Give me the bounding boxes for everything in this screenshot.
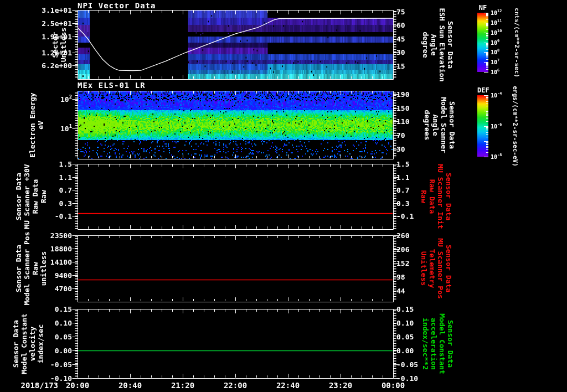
- tick-label: 10-8: [491, 154, 502, 160]
- x-axis-time-label: 00:00: [382, 381, 405, 390]
- tick-label: 102: [38, 95, 72, 103]
- tick-label: 190: [396, 90, 409, 99]
- tick-label: 1.1: [38, 173, 72, 181]
- tick-label: 70: [396, 131, 405, 139]
- tick-label: 110: [396, 117, 409, 126]
- tick-label: 30: [396, 145, 405, 153]
- plot-canvas: [0, 0, 567, 392]
- tick-label: 0.05: [396, 333, 414, 341]
- tick-label: 15: [396, 61, 405, 70]
- tick-label: -0.1: [396, 212, 414, 220]
- tick-label: 6.2e+00: [38, 61, 72, 70]
- panel5-right-axis-label: Sensor Data Model Constant acceleration …: [421, 313, 454, 374]
- colorbar-def-units-label: ergs/(cm**2-sr-sec-eV): [512, 86, 519, 167]
- tick-label: 10-4: [491, 92, 502, 99]
- tick-label: 1012: [491, 10, 502, 16]
- tick-label: 0.3: [38, 199, 72, 207]
- x-axis-time-label: 23:20: [329, 381, 352, 390]
- tick-label: 3.1e+01: [38, 6, 72, 14]
- tick-label: 0.10: [396, 319, 414, 327]
- panel2-right-axis-label: Sensor Data Model Scanner Angle degrees: [422, 97, 456, 153]
- tick-label: 1.5: [38, 160, 72, 168]
- tick-label: 0.10: [38, 319, 72, 327]
- colorbar-def-title: DEF: [477, 86, 488, 94]
- tick-label: 45: [396, 34, 405, 43]
- tick-label: 109: [491, 39, 499, 45]
- tick-label: 107: [491, 59, 499, 65]
- tick-label: 0.7: [396, 186, 409, 194]
- tick-label: 1.5: [396, 160, 409, 168]
- tick-label: 98: [396, 272, 405, 281]
- panel2-title: MEx ELS-01 LR: [78, 81, 146, 90]
- panel1-title: NPI Vector Data: [78, 1, 156, 10]
- figure: NPI Vector Data MEx ELS-01 LR Sector Uni…: [0, 0, 567, 392]
- panel4-left-axis-label: Sensor Data Model Scanner Pos Raw unitle…: [15, 231, 48, 305]
- tick-label: 106: [491, 69, 499, 75]
- tick-label: -0.1: [38, 212, 72, 220]
- x-axis-time-label: 21:20: [171, 381, 194, 390]
- colorbar-nf-title: NF: [477, 4, 488, 12]
- tick-label: 2.5e+01: [38, 19, 72, 28]
- tick-label: 9400: [38, 271, 72, 280]
- x-axis-time-label: 20:40: [118, 381, 142, 390]
- tick-label: 0.15: [38, 305, 72, 313]
- tick-label: 152: [396, 259, 409, 267]
- tick-label: 206: [396, 245, 409, 253]
- tick-label: 150: [396, 104, 409, 112]
- x-axis-time-label: 20:00: [66, 381, 89, 390]
- panel3-right-axis-label: Sensor Data MU Scanner Init Raw Data Raw: [419, 164, 452, 229]
- tick-label: 1.9e+01: [38, 33, 72, 41]
- panel4-right-axis-label: Sensor Data MU Scanner Pos Telemetry Uni…: [419, 238, 452, 299]
- tick-label: 18800: [38, 245, 72, 253]
- tick-label: 101: [38, 124, 72, 132]
- tick-label: 44: [396, 286, 405, 295]
- tick-label: 23500: [38, 231, 72, 240]
- tick-label: 260: [396, 231, 409, 240]
- tick-label: 108: [491, 49, 499, 55]
- panel1-right-axis-label: Sensor Data ESH Sun Elevation Angle degr…: [421, 8, 454, 81]
- tick-label: 0.00: [396, 347, 414, 355]
- x-axis-time-label: 22:40: [276, 381, 300, 390]
- tick-label: 0.00: [38, 347, 72, 355]
- tick-label: 1.2e+01: [38, 48, 72, 56]
- tick-label: 0.05: [38, 333, 72, 341]
- tick-label: 1.1: [396, 173, 409, 181]
- tick-label: 14100: [38, 258, 72, 266]
- tick-label: 75: [396, 7, 405, 16]
- tick-label: -0.05: [396, 360, 418, 369]
- tick-label: 0.7: [38, 186, 72, 194]
- tick-label: 30: [396, 48, 405, 56]
- colorbar-nf-units-label: cnts/(cm**2-sr-sec): [513, 8, 520, 78]
- tick-label: 1010: [491, 29, 502, 35]
- tick-label: 0.3: [396, 199, 409, 207]
- tick-label: -0.05: [38, 360, 72, 369]
- tick-label: 60: [396, 21, 405, 29]
- tick-label: 0.15: [396, 305, 414, 313]
- tick-label: 10-6: [491, 123, 502, 129]
- tick-label: 4700: [38, 285, 72, 293]
- tick-label: 1011: [491, 19, 502, 25]
- x-axis-time-label: 22:00: [224, 381, 247, 390]
